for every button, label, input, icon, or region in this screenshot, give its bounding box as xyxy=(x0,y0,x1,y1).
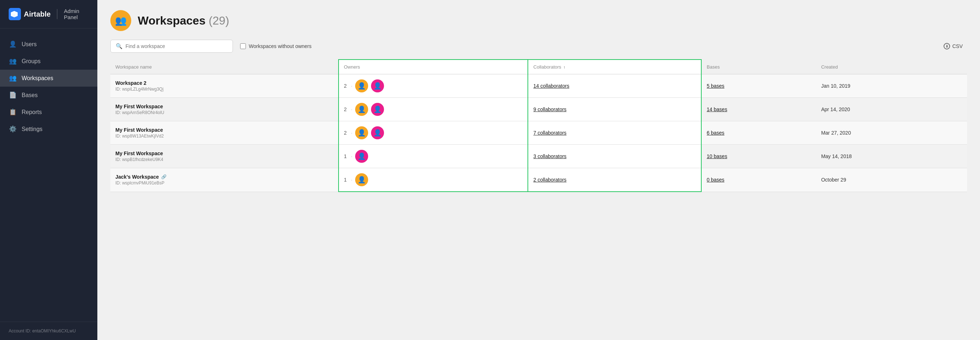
sidebar-nav: 👤 Users 👥 Groups 👥 Workspaces 📄 Bases 📋 … xyxy=(0,29,97,322)
dot-separator: · xyxy=(351,107,353,112)
bases-link[interactable]: 10 bases xyxy=(707,153,727,159)
collaborators-link[interactable]: 7 collaborators xyxy=(533,130,566,136)
sidebar-item-label-users: Users xyxy=(22,41,37,48)
account-id-value: entaOMIYhku6CXLwU xyxy=(32,329,76,334)
col-header-created: Created xyxy=(816,59,967,74)
workspace-name-cell: My First Workspace ID: wspArnSeR8ONr4olU xyxy=(110,98,339,121)
logo-text: Airtable xyxy=(24,10,51,18)
owners-cell: 1 · 👤 xyxy=(339,145,528,168)
owners-cell-content: 2 · 👤👤 xyxy=(344,126,523,139)
filter-owners-label: Workspaces without owners xyxy=(249,43,312,49)
collaborators-cell[interactable]: 9 collaborators xyxy=(528,98,701,121)
table-row: Workspace 2 ID: wspiLZLg4MrNwg3Qj 2 · 👤👤… xyxy=(110,74,967,98)
collaborators-cell[interactable]: 2 collaborators xyxy=(528,168,701,192)
table-row: My First Workspace ID: wsp8W13AEtwKjlVd2… xyxy=(110,121,967,145)
dot-separator: · xyxy=(351,83,353,89)
owners-cell-content: 2 · 👤👤 xyxy=(344,80,523,93)
bases-cell[interactable]: 14 bases xyxy=(701,98,816,121)
table-header-row: Workspace name Owners Collaborators ↑ Ba… xyxy=(110,59,967,74)
bases-link[interactable]: 5 bases xyxy=(707,83,724,89)
bases-cell[interactable]: 0 bases xyxy=(701,168,816,192)
search-icon: 🔍 xyxy=(116,43,123,49)
external-link-icon[interactable]: 🔗 xyxy=(161,174,167,179)
collaborators-link[interactable]: 9 collaborators xyxy=(533,107,566,112)
search-box[interactable]: 🔍 xyxy=(110,40,233,53)
sidebar-item-users[interactable]: 👤 Users xyxy=(0,36,97,53)
avatar: 👤 xyxy=(371,103,384,116)
workspaces-icon: 👥 xyxy=(9,74,17,82)
settings-icon: ⚙️ xyxy=(9,125,17,133)
sidebar-item-bases[interactable]: 📄 Bases xyxy=(0,87,97,104)
sidebar-item-settings[interactable]: ⚙️ Settings xyxy=(0,121,97,137)
sidebar-header: Airtable Admin Panel xyxy=(0,0,97,29)
collaborators-cell[interactable]: 3 collaborators xyxy=(528,145,701,168)
workspace-id: ID: wspArnSeR8ONr4olU xyxy=(115,110,333,115)
workspaces-table: Workspace name Owners Collaborators ↑ Ba… xyxy=(110,59,967,192)
dot-separator: · xyxy=(351,177,353,183)
col-header-bases: Bases xyxy=(701,59,816,74)
created-cell: Jan 10, 2019 xyxy=(816,74,967,98)
owners-cell-content: 1 · 👤 xyxy=(344,150,523,163)
dot-separator: · xyxy=(351,153,353,159)
table-body: Workspace 2 ID: wspiLZLg4MrNwg3Qj 2 · 👤👤… xyxy=(110,74,967,192)
created-date: Mar 27, 2020 xyxy=(821,130,851,136)
bases-icon: 📄 xyxy=(9,91,17,99)
bases-link[interactable]: 0 bases xyxy=(707,177,724,183)
bases-link[interactable]: 6 bases xyxy=(707,130,724,136)
collaborators-link[interactable]: 2 collaborators xyxy=(533,177,566,183)
created-cell: May 14, 2018 xyxy=(816,145,967,168)
workspace-name: My First Workspace xyxy=(115,150,333,156)
collaborators-cell[interactable]: 14 collaborators xyxy=(528,74,701,98)
bases-cell[interactable]: 5 bases xyxy=(701,74,816,98)
avatar: 👤 xyxy=(355,126,368,139)
avatar: 👤 xyxy=(355,103,368,116)
sidebar-item-groups[interactable]: 👥 Groups xyxy=(0,53,97,70)
created-date: May 14, 2018 xyxy=(821,153,852,159)
airtable-logo-icon xyxy=(9,8,21,20)
sort-arrow-icon[interactable]: ↑ xyxy=(563,65,566,69)
created-cell: October 29 xyxy=(816,168,967,192)
col-header-owners[interactable]: Owners xyxy=(339,59,528,74)
sidebar: Airtable Admin Panel 👤 Users 👥 Groups 👥 … xyxy=(0,0,97,340)
avatar: 👤 xyxy=(355,150,368,163)
owner-count: 2 xyxy=(344,130,347,136)
avatar: 👤 xyxy=(355,173,368,186)
table-container: Workspace name Owners Collaborators ↑ Ba… xyxy=(97,59,980,192)
page-header: 👥 Workspaces (29) xyxy=(97,0,980,40)
page-count: (29) xyxy=(209,14,229,27)
created-cell: Apr 14, 2020 xyxy=(816,98,967,121)
workspace-name-cell: Workspace 2 ID: wspiLZLg4MrNwg3Qj xyxy=(110,74,339,98)
sidebar-item-label-settings: Settings xyxy=(22,126,43,132)
bases-cell[interactable]: 6 bases xyxy=(701,121,816,145)
csv-icon: ⬇ xyxy=(943,43,950,49)
owners-cell-content: 2 · 👤👤 xyxy=(344,103,523,116)
search-input[interactable] xyxy=(126,43,228,49)
owner-count: 2 xyxy=(344,107,347,112)
workspace-name-cell: Jack's Workspace 🔗 ID: wsplcmvPMiU91eBsP xyxy=(110,168,339,192)
header-divider xyxy=(57,9,57,19)
filter-owners-checkbox-label[interactable]: Workspaces without owners xyxy=(240,43,312,49)
workspace-name: My First Workspace xyxy=(115,127,333,133)
owners-cell: 1 · 👤 xyxy=(339,168,528,192)
collaborators-cell[interactable]: 7 collaborators xyxy=(528,121,701,145)
sidebar-item-workspaces[interactable]: 👥 Workspaces xyxy=(0,70,97,87)
workspace-id: ID: wsp8W13AEtwKjlVd2 xyxy=(115,134,333,139)
bases-cell[interactable]: 10 bases xyxy=(701,145,816,168)
groups-icon: 👥 xyxy=(9,57,17,65)
bases-link[interactable]: 14 bases xyxy=(707,107,727,112)
sidebar-item-label-reports: Reports xyxy=(22,109,42,115)
csv-button[interactable]: ⬇ CSV xyxy=(939,40,967,52)
admin-panel-label: Admin Panel xyxy=(64,8,89,20)
workspace-name-cell: My First Workspace ID: wsp8W13AEtwKjlVd2 xyxy=(110,121,339,145)
workspace-id: ID: wsplcmvPMiU91eBsP xyxy=(115,180,333,185)
sidebar-item-reports[interactable]: 📋 Reports xyxy=(0,104,97,121)
csv-label: CSV xyxy=(952,43,963,49)
collaborators-link[interactable]: 3 collaborators xyxy=(533,153,566,159)
filter-owners-checkbox[interactable] xyxy=(240,43,246,49)
col-header-collaborators[interactable]: Collaborators ↑ xyxy=(528,59,701,74)
collaborators-link[interactable]: 14 collaborators xyxy=(533,83,570,89)
page-title-text: Workspaces xyxy=(138,14,205,27)
avatar: 👤 xyxy=(371,80,384,93)
workspace-name: Workspace 2 xyxy=(115,80,333,86)
owner-count: 2 xyxy=(344,83,347,89)
